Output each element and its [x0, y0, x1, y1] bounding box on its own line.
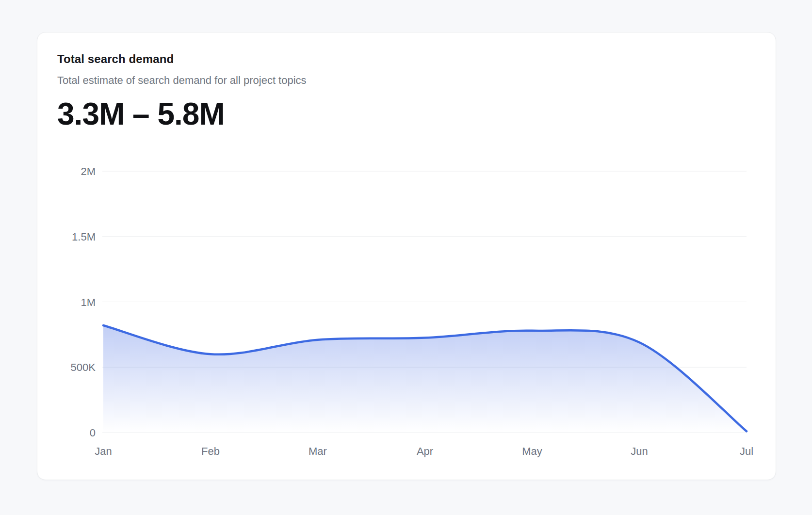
- y-axis-label: 2M: [81, 165, 96, 177]
- y-axis-label: 1M: [81, 296, 96, 308]
- chart-canvas[interactable]: 0500K1M1.5M2MJanFebMarAprMayJunJul: [37, 32, 777, 481]
- y-axis-label: 1.5M: [72, 231, 96, 243]
- x-axis-label: May: [522, 445, 542, 457]
- y-axis-label: 500K: [71, 361, 96, 373]
- total-search-demand-card: Total search demand Total estimate of se…: [37, 32, 776, 480]
- x-axis-label: Mar: [309, 445, 327, 457]
- x-axis-label: Feb: [201, 445, 220, 457]
- x-axis-label: Apr: [417, 445, 433, 457]
- x-axis-label: Jun: [631, 445, 648, 457]
- x-axis-label: Jul: [740, 445, 753, 457]
- demand-area-chart[interactable]: 0500K1M1.5M2MJanFebMarAprMayJunJul: [37, 32, 776, 480]
- demand-area-fill: [103, 325, 747, 433]
- page-background: { "page": { "background_color": "#f7f8fa…: [0, 0, 812, 515]
- x-axis-label: Jan: [95, 445, 112, 457]
- y-axis-label: 0: [90, 427, 96, 439]
